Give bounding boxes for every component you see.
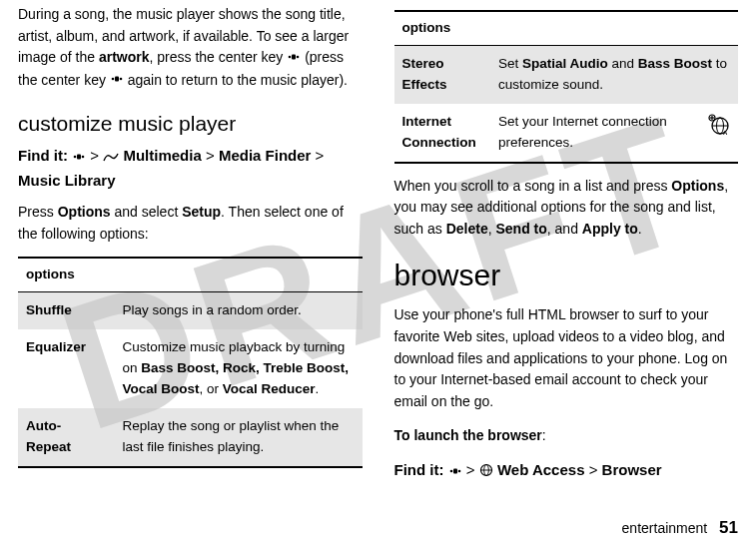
option-desc: Replay the song or playlist when the las… xyxy=(114,408,362,467)
se-mid: and xyxy=(608,56,638,71)
scroll-paragraph: When you scroll to a song in a list and … xyxy=(394,176,739,241)
scroll-options: Options xyxy=(671,178,724,194)
se-b1: Spatial Audio xyxy=(522,56,608,71)
intro-text-4: again to return to the music player). xyxy=(124,72,348,88)
scroll-applyto: Apply to xyxy=(582,221,638,237)
press-text-2: and select xyxy=(111,204,183,220)
find-it-label: Find it: xyxy=(18,147,68,164)
press-options-word: Options xyxy=(58,204,111,220)
se-b2: Bass Boost xyxy=(638,56,712,71)
svg-rect-2 xyxy=(292,54,296,59)
path-multimedia: Multimedia xyxy=(123,147,201,164)
svg-rect-18 xyxy=(453,468,457,473)
footer-section: entertainment xyxy=(622,520,708,536)
find-it-line: Find it: > Multimedia > Media Finder > M… xyxy=(18,144,363,192)
svg-rect-5 xyxy=(115,76,119,81)
center-key-icon xyxy=(110,70,124,92)
find-it-label: Find it: xyxy=(394,461,444,478)
center-key-icon xyxy=(72,146,86,169)
option-desc: Set Spatial Audio and Bass Boost to cust… xyxy=(490,45,738,103)
browser-paragraph: Use your phone's full HTML browser to su… xyxy=(394,304,739,412)
page-content: During a song, the music player shows th… xyxy=(0,0,756,493)
press-options-paragraph: Press Options and select Setup. Then sel… xyxy=(18,202,363,245)
scroll-text-1: When you scroll to a song in a list and … xyxy=(394,178,672,194)
svg-point-16 xyxy=(449,469,452,472)
launch-label: To launch the browser xyxy=(394,427,542,443)
browser-heading: browser xyxy=(394,253,739,299)
svg-point-3 xyxy=(112,78,115,81)
svg-rect-8 xyxy=(77,154,81,159)
find-it-browser: Find it: > Web Access > Browser xyxy=(394,458,739,483)
web-icon xyxy=(479,460,493,483)
table-row: Equalizer Customize music playback by tu… xyxy=(18,329,363,408)
se-pre: Set xyxy=(498,56,522,71)
left-column: During a song, the music player shows th… xyxy=(18,4,363,493)
svg-text:A: A xyxy=(723,130,728,136)
option-name: Stereo Effects xyxy=(394,45,490,103)
option-name: Internet Connection xyxy=(394,104,490,163)
eq-opts2: Vocal Reducer xyxy=(223,381,316,396)
option-name: Auto- Repeat xyxy=(18,408,114,467)
eq-mid: , or xyxy=(199,381,222,396)
press-text-1: Press xyxy=(18,204,58,220)
intro-text-2: , press the center key xyxy=(150,49,288,65)
svg-point-17 xyxy=(457,469,460,472)
option-name: Equalizer xyxy=(18,329,114,408)
path-browser: Browser xyxy=(602,461,662,478)
intro-paragraph: During a song, the music player shows th… xyxy=(18,4,363,92)
svg-point-0 xyxy=(289,56,292,59)
option-desc: Set your Internet connection preferences… xyxy=(490,104,698,163)
globe-icon: A xyxy=(706,112,730,143)
options-table-left: options Shuffle Play songs in a random o… xyxy=(18,257,363,467)
option-name: Shuffle xyxy=(18,292,114,329)
svg-point-7 xyxy=(82,155,85,158)
footer-page-number: 51 xyxy=(719,518,738,537)
table-row: Stereo Effects Set Spatial Audio and Bas… xyxy=(394,45,739,103)
center-key-icon xyxy=(287,48,301,70)
options-header: options xyxy=(18,258,363,291)
press-setup-word: Setup xyxy=(182,204,221,220)
options-table-right: options Stereo Effects Set Spatial Audio… xyxy=(394,10,739,164)
page-footer: entertainment 51 xyxy=(622,518,738,538)
table-row: Internet Connection Set your Internet co… xyxy=(394,104,739,163)
option-desc: Play songs in a random order. xyxy=(114,292,362,329)
path-media-finder: Media Finder xyxy=(219,147,312,164)
artwork-word: artwork xyxy=(99,49,150,65)
svg-point-1 xyxy=(297,56,300,59)
path-music-library: Music Library xyxy=(18,172,116,189)
right-column: options Stereo Effects Set Spatial Audio… xyxy=(394,4,739,493)
center-key-icon xyxy=(448,460,462,483)
options-header: options xyxy=(394,11,739,45)
path-web-access: Web Access xyxy=(497,461,585,478)
multimedia-icon xyxy=(103,146,119,169)
svg-point-6 xyxy=(74,155,77,158)
svg-point-4 xyxy=(120,78,123,81)
launch-line: To launch the browser: xyxy=(394,425,739,447)
table-row: Shuffle Play songs in a random order. xyxy=(18,292,363,329)
table-row: Auto- Repeat Replay the song or playlist… xyxy=(18,408,363,467)
globe-cell: A xyxy=(698,104,738,163)
scroll-sendto: Send to xyxy=(495,221,546,237)
customize-heading: customize music player xyxy=(18,108,363,141)
option-desc: Customize music playback by turning on B… xyxy=(114,329,362,408)
eq-post: . xyxy=(316,381,320,396)
scroll-delete: Delete xyxy=(446,221,488,237)
